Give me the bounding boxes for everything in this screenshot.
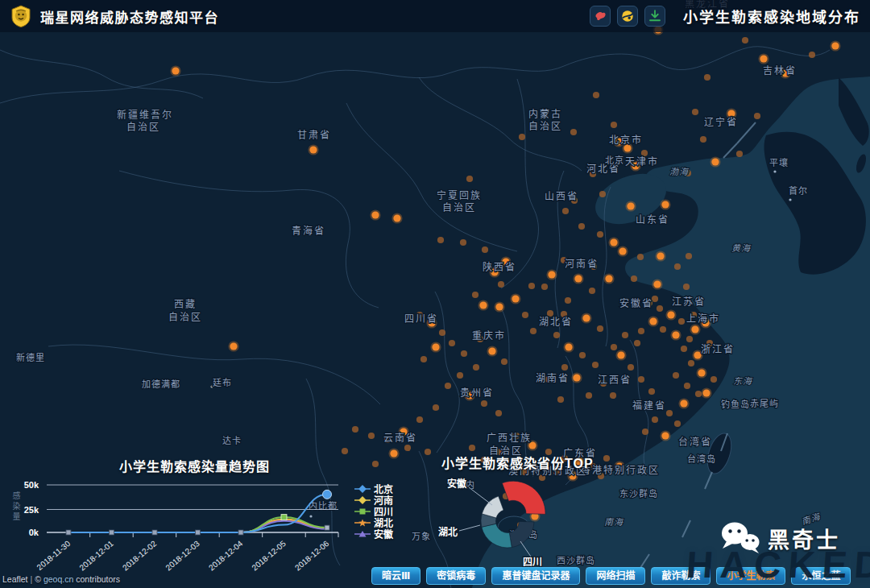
globe-button[interactable] (617, 6, 638, 27)
svg-text:山东省: 山东省 (636, 214, 669, 226)
leaflet-credit[interactable]: Leaflet (2, 574, 28, 584)
svg-text:内比都: 内比都 (309, 500, 338, 511)
app-title: 瑞星网络威胁态势感知平台 (40, 6, 219, 27)
china-map-icon (593, 9, 607, 23)
svg-text:重庆市: 重庆市 (472, 329, 506, 342)
page-title: 小学生勒索感染地域分布 (683, 6, 860, 27)
wechat-account-name: 黑奇士 (768, 523, 840, 554)
svg-text:青海省: 青海省 (292, 225, 325, 237)
svg-text:台湾省: 台湾省 (678, 436, 712, 448)
svg-text:河内: 河内 (456, 479, 475, 490)
svg-text:北京市: 北京市 (609, 134, 643, 146)
svg-text:赤尾屿: 赤尾屿 (750, 399, 779, 408)
wechat-watermark: 黑奇士 (719, 520, 840, 556)
svg-text:南海: 南海 (604, 517, 624, 527)
china-map-button[interactable] (590, 6, 611, 27)
svg-text:吉林省: 吉林省 (763, 65, 797, 77)
svg-text:天津市: 天津市 (625, 155, 659, 168)
download-icon (648, 9, 662, 23)
virus-button-2[interactable]: 密锁病毒 (426, 567, 486, 585)
svg-text:西沙群岛: 西沙群岛 (557, 555, 595, 565)
svg-text:安徽省: 安徽省 (619, 297, 653, 309)
svg-text:加德满都: 加德满都 (142, 379, 180, 389)
china-map[interactable]: 新疆维吾尔自治区甘肃省青海省西藏自治区内蒙古自治区黑龙江省吉林省辽宁省北京市天津… (0, 0, 870, 588)
svg-text:自治区: 自治区 (168, 312, 202, 323)
svg-text:广西壮族: 广西壮族 (487, 433, 532, 444)
svg-text:自治区: 自治区 (528, 121, 562, 132)
svg-text:自治区: 自治区 (442, 202, 476, 213)
svg-text:西藏: 西藏 (174, 299, 197, 310)
svg-text:廷布: 廷布 (213, 378, 232, 387)
svg-text:东沙群岛: 东沙群岛 (619, 488, 658, 499)
pie-chart-title: 小学生勒索感染省份TOP (441, 453, 594, 472)
svg-text:渤海: 渤海 (669, 167, 690, 176)
svg-text:浙江省: 浙江省 (701, 344, 735, 355)
download-button[interactable] (644, 6, 665, 27)
svg-text:首尔: 首尔 (789, 185, 808, 196)
svg-text:陕西省: 陕西省 (483, 261, 516, 273)
legend-item-安徽[interactable]: 安徽 (354, 528, 393, 539)
svg-text:四川省: 四川省 (404, 313, 438, 325)
svg-text:自治区: 自治区 (126, 122, 160, 133)
svg-text:福建省: 福建省 (632, 400, 666, 412)
virus-button-1[interactable]: 暗云Ⅲ (371, 567, 420, 585)
svg-text:万象: 万象 (412, 532, 431, 541)
virus-button-4[interactable]: 网络扫描 (586, 567, 645, 585)
svg-text:湖北省: 湖北省 (539, 316, 573, 328)
header-bar: 瑞星网络威胁态势感知平台 小学生勒索感染地域分布 (0, 0, 870, 32)
svg-text:河北省: 河北省 (586, 164, 620, 175)
trend-legend: 北京河南四川湖北安徽 (354, 483, 393, 540)
svg-text:甘肃省: 甘肃省 (297, 130, 331, 141)
svg-text:新疆维吾尔: 新疆维吾尔 (117, 109, 173, 121)
svg-text:内蒙古: 内蒙古 (528, 108, 562, 120)
svg-text:黄海: 黄海 (731, 243, 752, 253)
geoq-link[interactable]: geoq.cn (44, 574, 73, 584)
svg-text:辽宁省: 辽宁省 (704, 116, 738, 128)
wechat-icon (719, 520, 761, 556)
threat-map-app: 新疆维吾尔自治区甘肃省青海省西藏自治区内蒙古自治区黑龙江省吉林省辽宁省北京市天津… (0, 0, 870, 588)
svg-text:山西省: 山西省 (545, 191, 578, 202)
svg-text:湖南省: 湖南省 (536, 372, 570, 384)
svg-text:江西省: 江西省 (598, 375, 632, 386)
virus-button-3[interactable]: 惠普键盘记录器 (491, 567, 580, 585)
rising-lion-logo (10, 5, 32, 27)
map-attribution: Leaflet|© geoq.cn contributors (2, 574, 120, 584)
svg-text:江苏省: 江苏省 (672, 296, 706, 308)
svg-text:上海市: 上海市 (686, 313, 720, 325)
svg-text:贵州省: 贵州省 (460, 387, 494, 399)
svg-text:平壤: 平壤 (769, 157, 789, 168)
globe-icon (620, 9, 635, 23)
svg-text:东海: 东海 (733, 376, 753, 386)
svg-text:宁夏回族: 宁夏回族 (437, 189, 482, 201)
svg-text:达卡: 达卡 (222, 436, 242, 445)
svg-text:北京: 北京 (605, 155, 624, 165)
svg-text:河南省: 河南省 (565, 258, 599, 270)
trend-yaxis-label: 感染量 (10, 491, 22, 523)
svg-text:新德里: 新德里 (16, 352, 45, 362)
svg-text:钓鱼岛: 钓鱼岛 (721, 399, 750, 409)
svg-text:海南岛: 海南岛 (509, 529, 538, 540)
svg-text:云南省: 云南省 (383, 432, 417, 444)
trend-chart-title: 小学生勒索感染量趋势图 (119, 456, 270, 475)
svg-text:台湾岛: 台湾岛 (687, 453, 716, 464)
